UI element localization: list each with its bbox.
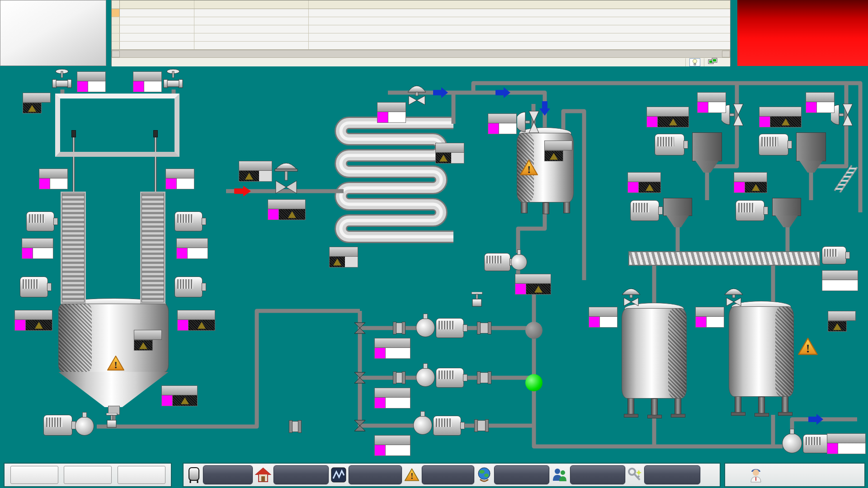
history-button[interactable] [494,465,549,484]
residue-conveyor-2 [140,192,165,304]
device-m9[interactable] [627,172,661,193]
alarm-row[interactable] [112,33,730,42]
device-m14[interactable] [822,270,858,291]
motor-m9-icon [630,200,659,221]
alarm-row[interactable] [112,9,730,17]
scroll-left-arrow[interactable] [112,51,120,57]
col-date [120,0,194,9]
tank-leg [758,397,765,414]
bulb-icon[interactable] [689,58,700,66]
device-v6[interactable] [488,113,517,134]
device-m1[interactable] [14,310,52,331]
tank-leg [735,396,741,413]
device-m3[interactable] [22,238,53,259]
alarm-row[interactable] [112,25,730,33]
svg-text:!: ! [806,342,810,355]
device-v3[interactable] [377,102,406,123]
logout-button[interactable] [64,466,112,484]
device-m2[interactable] [177,310,215,331]
device-m10[interactable] [734,172,767,193]
wash-flow-arrow-1 [433,87,448,98]
flange-fitting [477,372,491,383]
main-screen-button[interactable] [203,465,253,484]
pump-m12-volute [416,368,435,387]
valve-v6-icon [517,110,540,135]
svg-text:!: ! [410,471,413,481]
device-v7[interactable] [77,71,106,92]
device-v9[interactable] [695,307,724,328]
device-m15[interactable] [827,433,866,454]
device-lt1[interactable] [23,93,51,113]
device-lt3[interactable] [544,141,572,161]
hopper-pump-motor [43,415,72,436]
device-m8[interactable] [759,107,802,127]
device-m7[interactable] [646,107,689,127]
flange-fitting [475,420,488,431]
juice-tank-warning-icon: ! [797,337,818,356]
settings-button[interactable] [274,465,329,484]
pump-m11-volute [413,416,432,435]
device-m11[interactable] [374,435,410,456]
user-management-button[interactable] [570,465,625,484]
pump-m12-motor [436,368,464,388]
alarm-row[interactable] [112,17,730,25]
tank-foot [647,415,662,418]
device-m4[interactable] [176,238,208,259]
residue-conveyor-1 [61,192,86,304]
device-v5[interactable] [806,92,835,113]
device-vp1[interactable] [268,199,306,220]
device-m5[interactable] [161,385,198,406]
motor-m14-icon [822,246,846,264]
motor-m10-icon [736,200,764,221]
cyclone-m8 [796,132,826,161]
butterfly-valve-icon [354,419,366,432]
tank-leg [542,202,549,214]
device-tt2[interactable] [435,143,464,164]
device-v10[interactable] [589,307,618,328]
device-lt2[interactable] [134,330,162,351]
hopper-pump-volute [75,417,94,436]
users-icon [552,467,568,483]
session-button-group [4,463,172,487]
alarm-scrollbar[interactable] [112,50,730,57]
steam-flow-arrow [234,186,251,197]
flange-fitting [289,421,301,432]
juice-tank-2 [729,306,794,397]
alarm-row[interactable] [112,42,730,50]
home-icon [255,467,271,483]
trend-button[interactable] [349,465,402,484]
alarm-table-header [112,0,730,9]
device-m6[interactable] [515,274,551,295]
alarm-button[interactable] [422,465,474,484]
butterfly-valve-icon [354,322,366,334]
pump-m13-motor [436,318,464,338]
manual-valve-icon [468,292,486,309]
gray-indicator-circle [525,322,542,339]
tank-leg [521,202,528,213]
device-tt1[interactable] [329,247,358,267]
scroll-right-arrow[interactable] [722,51,730,57]
tank-leg [651,399,658,416]
valve-v3-icon [405,82,429,105]
motor-m4-icon [175,211,203,231]
operation-log-button[interactable] [644,465,700,484]
exit-button[interactable] [118,466,165,484]
device-m12[interactable] [374,388,410,408]
device-pt1[interactable] [239,161,272,182]
globe-icon [476,467,492,483]
device-v1[interactable] [39,169,68,189]
buffer-pump-motor [484,253,510,271]
device-v8[interactable] [133,71,162,92]
relief-valve-2-icon [163,68,184,89]
col-time [194,0,309,9]
device-m13[interactable] [374,338,410,359]
device-lt4[interactable] [828,311,856,332]
nav-button-group: ! [183,463,721,487]
trend-chart-icon [331,467,346,483]
butterfly-valve-icon [354,371,366,384]
device-v4[interactable] [697,92,726,113]
login-button[interactable] [10,466,58,484]
svg-text:!: ! [527,164,531,175]
flange-fitting [393,323,405,333]
device-v2[interactable] [165,169,194,189]
